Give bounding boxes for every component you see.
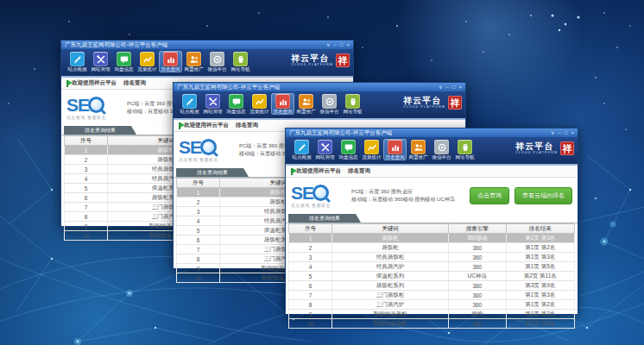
pencil-icon bbox=[70, 52, 85, 66]
flag-icon bbox=[179, 122, 180, 129]
welcome-text: 欢迎使用祥云平台 bbox=[184, 122, 229, 129]
toolbar-item-bar-chart[interactable]: 排名查询 bbox=[383, 139, 407, 160]
table-header: 序号关键词搜索引擎排名结果 bbox=[289, 224, 575, 234]
cloud-rank-button[interactable]: 查看云端的排名 bbox=[515, 187, 572, 204]
toolbar-item-line-chart[interactable]: 流量统计 bbox=[136, 51, 159, 72]
desktop-background: 广东九鼎王监网有限公司-祥云平台客户端 ∨ – □ × 站点检测网站管理询盘信息… bbox=[0, 0, 644, 345]
brand: 祥云平台 CLOUD PLATFORM 祥 bbox=[403, 96, 462, 110]
close-icon[interactable]: × bbox=[458, 84, 462, 91]
query-buttons: 点击查询 查看云端的排名 bbox=[470, 187, 572, 204]
toolbar-item-pencil[interactable]: 站点检测 bbox=[178, 93, 201, 115]
close-icon[interactable]: × bbox=[346, 41, 350, 48]
toolbar-item-chat[interactable]: 询盘信息 bbox=[112, 51, 136, 72]
close-icon[interactable]: × bbox=[571, 129, 574, 136]
toolbar-item-ring[interactable]: 微信平台 bbox=[205, 51, 229, 72]
query-button[interactable]: 点击查询 bbox=[470, 187, 509, 204]
tools-icon bbox=[318, 140, 332, 154]
table-row[interactable]: 1蒸饭柜360移动第1页 第3名 bbox=[289, 234, 575, 243]
column-header: 关键词 bbox=[332, 224, 449, 234]
toolbar-item-label: 询盘信息 bbox=[339, 154, 358, 160]
toolbar-item-bar-chart[interactable]: 排名查询 bbox=[159, 51, 182, 72]
column-header: 序号 bbox=[289, 224, 332, 234]
toolbar-item-mouse[interactable]: 网址导航 bbox=[341, 93, 364, 115]
brand-subtitle: CLOUD PLATFORM bbox=[403, 105, 445, 109]
toolbar-item-chat[interactable]: 询盘信息 bbox=[337, 139, 360, 160]
toolbar-items: 站点检测网站管理询盘信息流量统计排名查询商盟推广微信平台网址导航 bbox=[290, 139, 477, 160]
mouse-icon bbox=[345, 94, 360, 109]
table-row[interactable]: 3经典蒸饭柜360第1页 第3名 bbox=[289, 253, 575, 262]
toolbar-item-users[interactable]: 商盟推广 bbox=[407, 139, 430, 160]
toolbar-item-tools[interactable]: 网站管理 bbox=[89, 51, 112, 72]
mouse-icon bbox=[458, 140, 472, 154]
column-header: 序号 bbox=[65, 136, 108, 146]
toolbar-item-users[interactable]: 商盟推广 bbox=[182, 51, 205, 72]
titlebar[interactable]: 广东九鼎王监网有限公司-祥云平台客户端 ∨ – □ × bbox=[61, 41, 353, 50]
toolbar-item-label: 流量统计 bbox=[250, 109, 269, 115]
app-window: 广东九鼎王监网有限公司-祥云平台客户端 ∨ – □ × 站点检测网站管理询盘信息… bbox=[285, 128, 578, 315]
window-controls: ∨ – □ × bbox=[326, 41, 353, 48]
maximize-icon[interactable]: □ bbox=[452, 84, 456, 91]
minimize-icon[interactable]: – bbox=[559, 129, 561, 136]
pencil-icon bbox=[294, 140, 309, 154]
magnifier-icon bbox=[88, 97, 104, 113]
minimize-icon[interactable]: – bbox=[334, 41, 337, 48]
toolbar-item-pencil[interactable]: 站点检测 bbox=[290, 139, 313, 160]
maximize-icon[interactable]: □ bbox=[565, 129, 568, 136]
titlebar[interactable]: 广东九鼎王监网有限公司-祥云平台客户端 ∨ – □ × bbox=[174, 83, 465, 92]
titlebar[interactable]: 广东九鼎王监网有限公司-祥云平台客户端 ∨ – □ × bbox=[286, 129, 578, 138]
skin-icon[interactable]: ∨ bbox=[439, 84, 442, 91]
line-chart-icon bbox=[252, 94, 267, 109]
table-row[interactable]: 8三门蒸汽炉360第1页 第2名 bbox=[289, 300, 575, 310]
minimize-icon[interactable]: – bbox=[446, 84, 449, 91]
column-header: 搜索引擎 bbox=[449, 224, 506, 234]
toolbar-item-label: 微信平台 bbox=[320, 109, 339, 115]
maximize-icon[interactable]: □ bbox=[340, 41, 344, 48]
toolbar-item-ring[interactable]: 微信平台 bbox=[430, 139, 453, 160]
pc-engines: PC端：百度 360 搜狗 必应 bbox=[351, 188, 455, 196]
section-title: 排名查询 bbox=[236, 122, 258, 129]
welcome-bar: 欢迎使用祥云平台 排名查询 bbox=[286, 166, 578, 178]
tab-rank-results[interactable]: 排名查询结果 bbox=[176, 168, 249, 177]
toolbar-item-tools[interactable]: 网站管理 bbox=[201, 93, 224, 115]
toolbar-item-label: 网址导航 bbox=[456, 154, 475, 160]
window-controls: ∨ – □ × bbox=[439, 84, 465, 91]
toolbar-item-mouse[interactable]: 网址导航 bbox=[229, 51, 252, 72]
ring-icon bbox=[210, 52, 224, 66]
toolbar-item-ring[interactable]: 微信平台 bbox=[318, 93, 341, 115]
toolbar-item-mouse[interactable]: 网址导航 bbox=[453, 139, 477, 160]
tab-rank-results[interactable]: 排名查询结果 bbox=[288, 214, 361, 223]
brand-subtitle: CLOUD PLATFORM bbox=[291, 63, 333, 66]
magnifier-icon bbox=[200, 139, 217, 155]
table-row[interactable]: 2蒸饭柜360第1页 第2名 bbox=[289, 243, 575, 253]
table-row[interactable]: 7三门蒸饭柜360第1页 第3名 bbox=[289, 291, 575, 300]
section-title: 排名查询 bbox=[123, 79, 146, 87]
table-row[interactable]: 9智能恒温蒸柜搜狗第1页 第2名 bbox=[289, 310, 575, 319]
toolbar-item-bar-chart[interactable]: 排名查询 bbox=[271, 93, 294, 115]
flag-icon bbox=[291, 168, 293, 175]
line-chart-icon bbox=[364, 140, 379, 154]
table-row[interactable]: 5保温柜系列UC神马第2页 第11名 bbox=[289, 272, 575, 281]
table-row[interactable]: 4经典蒸汽炉360第1页 第5名 bbox=[289, 262, 575, 272]
skin-icon[interactable]: ∨ bbox=[326, 41, 330, 48]
column-header: 序号 bbox=[177, 179, 220, 188]
toolbar-item-line-chart[interactable]: 流量统计 bbox=[248, 93, 271, 115]
table-row[interactable]: 6蒸饭柜系列360第3页 第9名 bbox=[289, 281, 575, 291]
skin-icon[interactable]: ∨ bbox=[551, 129, 554, 136]
seo-logo: SE 点击查询 查看排名 bbox=[66, 96, 127, 120]
seo-logo: SE 点击查询 查看排名 bbox=[179, 138, 239, 162]
toolbar-item-label: 站点检测 bbox=[68, 66, 87, 72]
toolbar-item-line-chart[interactable]: 流量统计 bbox=[360, 139, 383, 160]
users-icon bbox=[299, 94, 313, 109]
toolbar-item-users[interactable]: 商盟推广 bbox=[294, 93, 318, 115]
table-row[interactable]: 10智能恒温蒸柜360第1页 第3名 bbox=[289, 319, 575, 329]
toolbar-item-pencil[interactable]: 站点检测 bbox=[66, 51, 89, 72]
toolbar-item-tools[interactable]: 网站管理 bbox=[313, 139, 337, 160]
bar-chart-icon bbox=[275, 94, 290, 109]
seo-logo-slogan: 点击查询 查看排名 bbox=[291, 203, 351, 208]
toolbar-item-label: 排名查询 bbox=[161, 66, 180, 72]
tab-rank-results[interactable]: 排名查询结果 bbox=[64, 126, 136, 135]
users-icon bbox=[186, 52, 201, 66]
query-panel: SE 点击查询 查看排名 PC端：百度 360 搜狗 必应 移动端：百度移动 3… bbox=[286, 178, 578, 214]
toolbar-item-chat[interactable]: 询盘信息 bbox=[224, 93, 248, 115]
toolbar-item-label: 网站管理 bbox=[204, 109, 223, 115]
